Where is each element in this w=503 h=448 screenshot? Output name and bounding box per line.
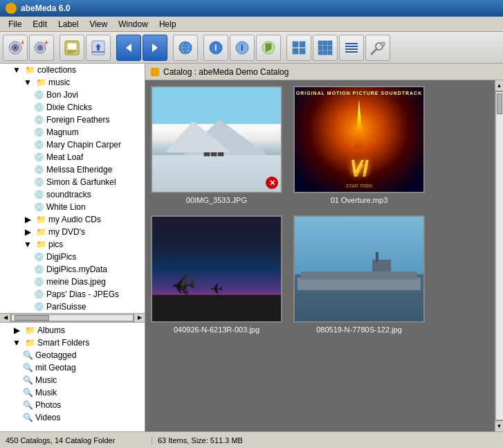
sidebar-item-smart-folders[interactable]: ▼ 📁 Smart Folders: [0, 337, 145, 349]
expand-icon: ▼: [11, 64, 22, 75]
sidebar-hscrollbar[interactable]: ◀ ▶: [0, 313, 145, 321]
sidebar-item-digipics-mydata[interactable]: 💿 DigiPics.myData: [0, 263, 145, 276]
scroll-thumb[interactable]: [15, 315, 49, 321]
info2-btn[interactable]: i: [230, 35, 255, 61]
sidebar-item-my-dvds[interactable]: ▶ 📁 my DVD's: [0, 226, 145, 238]
catalog-header: Catalog : abeMeda Demo Catalog: [145, 64, 503, 80]
cd-icon: 💿: [33, 251, 44, 262]
sidebar-item-meine-dias[interactable]: 💿 meine Dias.jpeg: [0, 276, 145, 288]
sidebar-item-videos[interactable]: 🔍 Videos: [0, 411, 145, 424]
cd-icon: 💿: [33, 164, 44, 175]
svg-point-6: [39, 46, 42, 48]
scroll-thumb-v[interactable]: [497, 93, 502, 114]
sidebar-item-dixie-chicks[interactable]: 💿 Dixie Chicks: [0, 101, 145, 114]
open-btn[interactable]: +: [29, 35, 54, 61]
menu-view[interactable]: View: [84, 18, 113, 30]
scroll-left-btn[interactable]: ◀: [0, 314, 11, 322]
smart-folder-icon: 📁: [24, 337, 35, 348]
sidebar-label-bon-jovi: Bon Jovi: [46, 90, 78, 100]
thumbnail-image-wrap: ✈ ✈: [151, 215, 282, 323]
svg-rect-37: [328, 46, 332, 50]
sidebar-label-meat-loaf: Meat Loaf: [46, 152, 83, 162]
sidebar-item-foreign-feathers[interactable]: 💿 Foreign Feathers: [0, 114, 145, 126]
sidebar-item-music[interactable]: ▼ 📁 music: [0, 76, 145, 89]
sidebar-item-parisuisse[interactable]: 💿 PariSuisse: [0, 301, 145, 313]
sidebar-item-collections[interactable]: ▼ 📁 collections: [0, 64, 145, 76]
sidebar-item-my-audio-cds[interactable]: ▶ 📁 my Audio CDs: [0, 213, 145, 226]
sidebar-item-digipics[interactable]: 💿 DigiPics: [0, 251, 145, 263]
thumbnail-item[interactable]: ⬛⬛⬛ ✕ 00IMG_3533.JPG: [151, 86, 282, 204]
smart-icon: 🔍: [22, 387, 33, 398]
scroll-right-btn[interactable]: ▶: [134, 314, 145, 322]
sidebar-item-magnum[interactable]: 💿 Magnum: [0, 126, 145, 138]
nav-back-btn[interactable]: [116, 35, 141, 61]
thumbnail-image-wrap: [293, 215, 425, 323]
folder-icon: 📁: [35, 77, 46, 88]
thumbnail-image-wrap: ORIGINAL MOTION PICTURE SOUNDTRACK VI ST…: [293, 86, 425, 193]
sidebar-item-paps-dias[interactable]: 💿 Paps' Dias - JPEGs: [0, 288, 145, 301]
toolbar: + +: [0, 32, 503, 64]
properties-btn[interactable]: [60, 35, 84, 61]
menu-help[interactable]: Help: [154, 18, 182, 30]
sidebar-item-albums[interactable]: ▶ 📁 Albums: [0, 324, 145, 337]
svg-text:+: +: [44, 39, 48, 46]
sidebar-label-paps-dias: Paps' Dias - JPEGs: [46, 289, 119, 299]
status-left: 450 Catalogs, 14 Catalog Folder: [0, 436, 152, 445]
content-vscrollbar[interactable]: ▲ ▼: [495, 80, 503, 431]
list-view-btn[interactable]: [339, 35, 364, 61]
sidebar-label-photos: Photos: [35, 400, 61, 410]
thumbnail-image: [295, 217, 423, 321]
sidebar-label-digipics: DigiPics: [46, 252, 76, 262]
thumbnail-item[interactable]: ✈ ✈ 040926-N-6213R-003.jpg: [151, 215, 282, 334]
cd-icon: 💿: [33, 189, 44, 200]
sidebar-label-music: music: [48, 78, 70, 87]
titlebar: abeMeda 6.0: [0, 0, 503, 17]
folder-icon: 📁: [35, 226, 46, 238]
sidebar-item-meat-loaf[interactable]: 💿 Meat Loaf: [0, 151, 145, 163]
thumbnail-item[interactable]: 080519-N-7780S-122.jpg: [293, 215, 425, 334]
nav-forward-btn[interactable]: [143, 35, 167, 61]
menubar: File Edit Label View Window Help: [0, 17, 503, 32]
svg-rect-36: [323, 46, 327, 50]
menu-file[interactable]: File: [3, 18, 27, 30]
scroll-down-btn[interactable]: ▼: [495, 420, 504, 431]
sidebar-label-soundtracks: soundtracks: [46, 190, 91, 199]
grid1-btn[interactable]: [286, 35, 311, 61]
sidebar-item-pics[interactable]: ▼ 📁 pics: [0, 238, 145, 251]
thumbnail-image: ORIGINAL MOTION PICTURE SOUNDTRACK VI ST…: [295, 87, 423, 192]
sidebar-item-simon-garfunkel[interactable]: 💿 Simon & Garfunkel: [0, 176, 145, 188]
sidebar-item-musik[interactable]: 🔍 Musik: [0, 386, 145, 399]
cd-icon: 💿: [33, 177, 44, 188]
import-btn[interactable]: [86, 35, 111, 61]
menu-edit[interactable]: Edit: [27, 18, 53, 30]
menu-window[interactable]: Window: [113, 18, 154, 30]
error-badge: ✕: [266, 177, 278, 189]
sidebar-item-melissa[interactable]: 💿 Melissa Etheridge: [0, 163, 145, 176]
menu-label[interactable]: Label: [53, 18, 84, 30]
sidebar-bottom: ▶ 📁 Albums ▼ 📁 Smart Folders 🔍 Geotagged…: [0, 321, 145, 425]
map-btn[interactable]: [256, 35, 281, 61]
scroll-track: [11, 314, 134, 321]
svg-rect-33: [323, 41, 327, 45]
sidebar-item-bon-jovi[interactable]: 💿 Bon Jovi: [0, 89, 145, 101]
sidebar-label-simon-garfunkel: Simon & Garfunkel: [46, 177, 116, 187]
sidebar-item-mit-geotag[interactable]: 🔍 mit Geotag: [0, 361, 145, 374]
sidebar-item-soundtracks[interactable]: 💿 soundtracks: [0, 188, 145, 201]
cd-icon: 💿: [33, 127, 44, 138]
thumbnail-item[interactable]: ORIGINAL MOTION PICTURE SOUNDTRACK VI ST…: [293, 86, 425, 204]
sidebar-item-white-lion[interactable]: 💿 White Lion: [0, 201, 145, 213]
sidebar-item-photos[interactable]: 🔍 Photos: [0, 399, 145, 411]
sidebar-label-musik: Musik: [35, 388, 57, 397]
grid2-btn[interactable]: [313, 35, 338, 61]
tools-btn[interactable]: [365, 35, 390, 61]
internet-btn[interactable]: [173, 35, 198, 61]
sidebar-label-mary-chapin: Mary Chapin Carper: [46, 140, 121, 150]
sidebar-item-mary-chapin[interactable]: 💿 Mary Chapin Carper: [0, 138, 145, 151]
sidebar-label-parisuisse: PariSuisse: [46, 302, 86, 312]
scroll-up-btn[interactable]: ▲: [495, 80, 504, 91]
sidebar-label-smart-folders: Smart Folders: [37, 338, 89, 348]
sidebar-item-geotagged[interactable]: 🔍 Geotagged: [0, 349, 145, 361]
info1-btn[interactable]: i: [203, 35, 228, 61]
new-catalog-btn[interactable]: +: [3, 35, 28, 61]
sidebar-item-music-smart[interactable]: 🔍 Music: [0, 374, 145, 386]
